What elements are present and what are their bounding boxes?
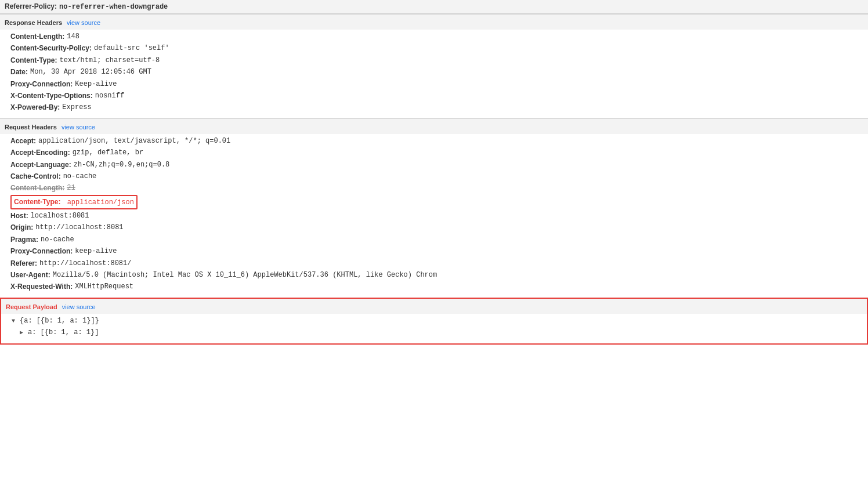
referrer-policy-name: Referrer-Policy: (5, 2, 57, 10)
header-name: Content-Length (10, 31, 62, 42)
header-separator: : (70, 78, 73, 90)
request-payload-header: Request Payload view source (1, 299, 867, 314)
header-value: default-src 'self' (94, 42, 169, 54)
header-name: Referer (10, 258, 35, 269)
header-name: Proxy-Connection (10, 245, 70, 257)
request-headers-view-source[interactable]: view source (62, 124, 95, 131)
header-separator: : (62, 31, 64, 42)
response-header-row: X-Powered-By: Express (10, 102, 863, 113)
request-header-row: User-Agent: Mozilla/5.0 (Macintosh; Inte… (10, 269, 863, 281)
response-headers-section: Response Headers view source Content-Len… (0, 14, 868, 118)
request-payload-content: ▼ {a: [{b: 1, a: 1}]}▶ a: [{b: 1, a: 1}] (1, 314, 867, 343)
request-payload-section: Request Payload view source ▼ {a: [{b: 1… (0, 298, 868, 345)
header-value: keep-alive (75, 245, 117, 257)
request-header-row: Referer: http://localhost:8081/ (10, 258, 863, 269)
header-separator: : (55, 55, 57, 66)
header-name: Host (10, 210, 26, 222)
request-header-row: Origin: http://localhost:8081 (10, 222, 863, 233)
header-value: text/html; charset=utf-8 (59, 55, 160, 66)
header-name: Content-Type (10, 55, 55, 66)
header-separator: : (62, 182, 64, 194)
request-header-row: X-Requested-With: XMLHttpRequest (10, 281, 863, 292)
header-name: Cache-Control (10, 171, 59, 182)
header-separator: : (68, 147, 70, 158)
header-value: 21 (67, 182, 75, 194)
request-header-row: Accept: application/json, text/javascrip… (10, 135, 863, 147)
header-separator: : (70, 281, 73, 292)
header-name: Date (10, 66, 26, 78)
header-separator: : (31, 222, 33, 233)
header-separator: : (34, 135, 36, 147)
response-header-row: Content-Security-Policy: default-src 'se… (10, 42, 863, 54)
response-header-row: Content-Length: 148 (10, 31, 863, 42)
header-name: Content-Length (10, 182, 62, 194)
response-header-row: Date: Mon, 30 Apr 2018 12:05:46 GMT (10, 66, 863, 78)
header-name: User-Agent (10, 269, 48, 281)
header-value: XMLHttpRequest (75, 281, 133, 292)
header-separator: : (26, 66, 28, 78)
request-header-row: Cache-Control: no-cache (10, 171, 863, 182)
header-name: Origin (10, 222, 31, 233)
payload-tree-content: a: [{b: 1, a: 1}] (28, 327, 99, 338)
header-separator: : (48, 269, 50, 281)
header-name: Accept (10, 135, 34, 147)
header-value: Mozilla/5.0 (Macintosh; Intel Mac OS X 1… (53, 269, 437, 281)
header-separator: : (36, 234, 38, 245)
request-headers-header: Request Headers view source (0, 119, 868, 134)
request-payload-label: Request Payload (6, 303, 57, 310)
header-name: Pragma (10, 234, 36, 245)
header-value: gzip, deflate, br (73, 147, 143, 158)
request-headers-content: Accept: application/json, text/javascrip… (0, 134, 868, 298)
header-separator: : (58, 198, 60, 206)
header-value: nosniff (95, 90, 124, 102)
header-value: Mon, 30 Apr 2018 12:05:46 GMT (30, 66, 151, 78)
response-header-row: Content-Type: text/html; charset=utf-8 (10, 55, 863, 66)
devtools-panel: Referrer-Policy:no-referrer-when-downgra… (0, 0, 868, 345)
payload-tree-content: {a: [{b: 1, a: 1}]} (20, 315, 99, 327)
header-value: zh-CN,zh;q=0.9,en;q=0.8 (74, 159, 170, 171)
header-value: http://localhost:8081/ (39, 258, 131, 269)
request-payload-view-source[interactable]: view source (62, 303, 96, 310)
header-name: Accept-Language (10, 159, 69, 171)
payload-tree-row[interactable]: ▶ a: [{b: 1, a: 1}] (12, 327, 862, 338)
header-separator: : (26, 210, 28, 222)
tree-toggle-icon[interactable]: ▶ (20, 328, 26, 338)
header-value: localhost:8081 (31, 210, 89, 222)
header-value: http://localhost:8081 (35, 222, 123, 233)
request-header-row: Content-Length: 21 (10, 182, 863, 194)
response-headers-content: Content-Length: 148Content-Security-Poli… (0, 30, 868, 118)
header-separator: : (89, 42, 92, 54)
header-value: no-cache (41, 234, 74, 245)
response-header-row: Proxy-Connection: Keep-alive (10, 78, 863, 90)
referrer-policy-row: Referrer-Policy:no-referrer-when-downgra… (0, 0, 868, 14)
header-value: 148 (67, 31, 79, 42)
request-header-row: Pragma: no-cache (10, 234, 863, 245)
referrer-policy-value: no-referrer-when-downgrade (59, 3, 168, 11)
header-name: Proxy-Connection (10, 78, 70, 90)
header-value: Express (62, 102, 91, 113)
response-header-row: X-Content-Type-Options: nosniff (10, 90, 863, 102)
header-separator: : (70, 245, 73, 257)
response-headers-view-source[interactable]: view source (67, 19, 100, 26)
header-name: Content-Type (14, 198, 58, 206)
request-header-row: Host: localhost:8081 (10, 210, 863, 222)
response-headers-label: Response Headers (5, 19, 62, 26)
header-name: Accept-Encoding (10, 147, 68, 158)
header-separator: : (69, 159, 71, 171)
highlighted-header-row: Content-Type: application/json (10, 195, 138, 209)
header-name: X-Requested-With (10, 281, 70, 292)
request-headers-label: Request Headers (5, 124, 57, 131)
header-separator: : (57, 102, 60, 113)
request-headers-section: Request Headers view source Accept: appl… (0, 118, 868, 298)
request-header-row: Proxy-Connection: keep-alive (10, 245, 863, 257)
response-headers-header: Response Headers view source (0, 15, 868, 30)
header-separator: : (91, 90, 93, 102)
header-value: no-cache (63, 171, 97, 182)
header-value: Keep-alive (75, 78, 117, 90)
header-name: X-Content-Type-Options (10, 90, 91, 102)
tree-toggle-icon[interactable]: ▼ (12, 316, 17, 326)
header-value: application/json, text/javascript, */*; … (38, 135, 230, 147)
header-name: Content-Security-Policy (10, 42, 89, 54)
payload-tree-row: ▼ {a: [{b: 1, a: 1}]} (12, 315, 862, 327)
header-separator: : (35, 258, 37, 269)
